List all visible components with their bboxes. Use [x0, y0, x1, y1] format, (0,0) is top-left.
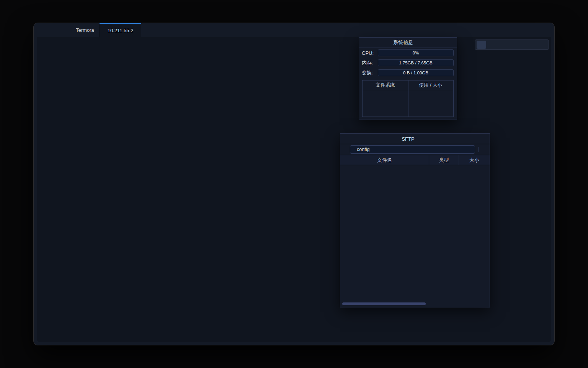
- close-window-button[interactable]: [40, 28, 45, 33]
- refresh-button[interactable]: [528, 41, 537, 49]
- zoom-window-button[interactable]: [56, 28, 61, 33]
- system-info-title: 系统信息: [362, 39, 444, 46]
- code-button[interactable]: [507, 41, 516, 49]
- swap-usage-bar: 0 B / 1.00GB: [378, 69, 454, 76]
- memory-usage-bar: 1.75GB / 7.65GB: [378, 59, 454, 66]
- path-segment: config: [357, 147, 369, 152]
- floating-panel-toolbar: [475, 39, 549, 50]
- new-tab-button[interactable]: [141, 23, 151, 37]
- tab-termora-home[interactable]: Termora: [68, 23, 100, 37]
- path-combobox[interactable]: config: [350, 145, 475, 154]
- titlebar: Termora 10.211.55.2: [34, 23, 554, 37]
- pin-button[interactable]: [477, 41, 486, 49]
- home-tab-label: Termora: [76, 27, 94, 33]
- horizontal-scrollbar[interactable]: [342, 302, 426, 305]
- sftp-header: SFTP: [340, 134, 490, 144]
- filesystem-table: 文件系统 使用 / 大小: [362, 80, 454, 117]
- memory-usage-row: 内存: 1.75GB / 7.65GB: [359, 58, 457, 68]
- sftp-panel: SFTP config: [340, 133, 490, 307]
- system-info-panel: 系统信息 CPU: 0% 内存: 1.75GB / 7.65GB 交换: 0 B…: [359, 37, 457, 120]
- cpu-usage-row: CPU: 0%: [359, 48, 457, 58]
- sftp-file-table: 文件名 类型 大小: [340, 155, 490, 165]
- sftp-table-header: 文件名 类型 大小: [340, 155, 490, 165]
- column-type[interactable]: 类型: [429, 155, 459, 165]
- active-tab-label: 10.211.55.2: [108, 28, 134, 33]
- swap-usage-row: 交换: 0 B / 1.00GB: [359, 68, 457, 78]
- bookmark-group: [477, 147, 480, 152]
- desktop: Termora 10.211.55.2: [0, 0, 588, 368]
- memory-label: 内存:: [362, 59, 378, 66]
- system-info-header: 系统信息: [359, 38, 457, 48]
- cpu-usage-bar: 0%: [378, 49, 454, 56]
- titlebar-actions: [489, 23, 554, 37]
- sftp-toolbar: config: [340, 144, 490, 155]
- gpu-button[interactable]: [517, 41, 527, 49]
- htop-function-bar: [42, 331, 546, 339]
- traffic-lights: [34, 23, 68, 37]
- fs-col-usage: 使用 / 大小: [408, 80, 454, 90]
- cpu-label: CPU:: [362, 50, 378, 56]
- sftp-title: SFTP: [343, 136, 473, 142]
- minimize-window-button[interactable]: [48, 28, 53, 33]
- swap-label: 交换:: [362, 69, 378, 76]
- close-toolbar-button[interactable]: [537, 41, 547, 49]
- fs-col-name: 文件系统: [363, 80, 408, 90]
- info-button[interactable]: [487, 41, 496, 49]
- column-filename[interactable]: 文件名: [340, 155, 429, 165]
- column-size[interactable]: 大小: [459, 155, 490, 165]
- tab-session-active[interactable]: 10.211.55.2: [100, 23, 142, 37]
- files-button[interactable]: [497, 41, 506, 49]
